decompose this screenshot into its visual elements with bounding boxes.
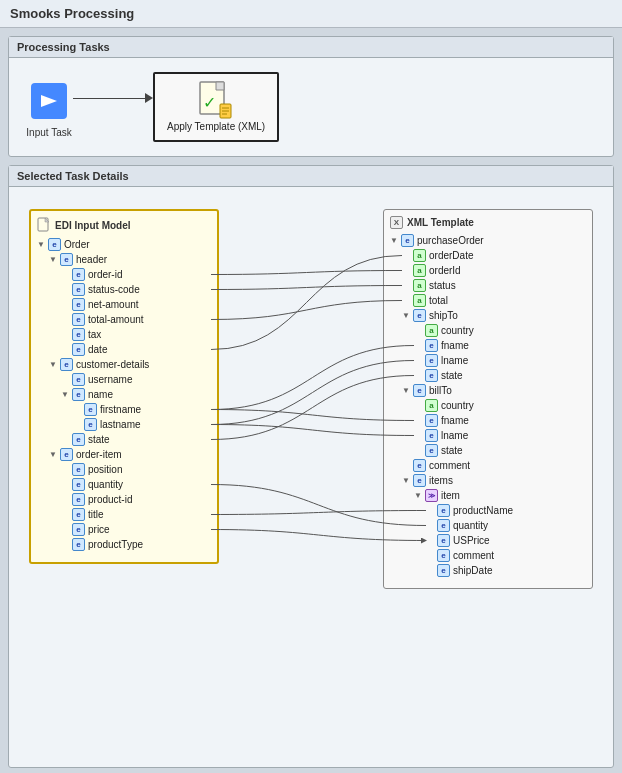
app-title: Smooks Processing — [10, 6, 134, 21]
apply-template-node[interactable]: ✓ Apply Template (XML) — [153, 72, 279, 142]
input-task-label: Input Task — [26, 127, 71, 138]
svg-text:✓: ✓ — [203, 94, 216, 111]
edi-tree: ▼ e Order ▼ e header — [37, 237, 211, 552]
processing-tasks-section: Processing Tasks Input Task — [8, 36, 614, 157]
processing-tasks-header: Processing Tasks — [9, 37, 613, 58]
edi-title: EDI Input Model — [55, 220, 131, 231]
xml-tree: ▼ e purchaseOrder a orderDate a — [390, 233, 586, 578]
selected-task-header: Selected Task Details — [9, 166, 613, 187]
title-bar: Smooks Processing — [0, 0, 622, 28]
svg-marker-0 — [41, 95, 57, 107]
apply-template-label: Apply Template (XML) — [167, 121, 265, 132]
svg-marker-2 — [216, 82, 224, 90]
selected-task-section: Selected Task Details EDI Input Model — [8, 165, 614, 768]
xml-panel: X XML Template ▼ e purchaseOrder a — [383, 209, 593, 589]
edi-panel: EDI Input Model ▼ e Order ▼ e — [29, 209, 219, 564]
xml-title: XML Template — [407, 217, 474, 228]
input-task-node[interactable]: Input Task — [25, 77, 73, 138]
